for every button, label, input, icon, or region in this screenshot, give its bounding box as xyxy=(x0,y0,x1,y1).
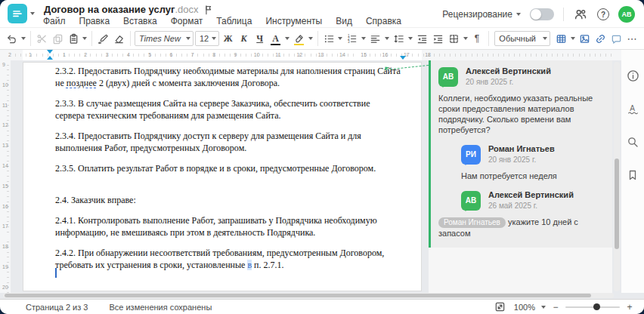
underline-button[interactable]: Ч xyxy=(252,31,267,46)
italic-button[interactable]: К xyxy=(237,31,251,46)
comment-author: Алексей Вертинский xyxy=(488,190,574,200)
menu-item[interactable]: Файл xyxy=(42,16,67,26)
flag-icon[interactable] xyxy=(203,5,214,15)
paragraph[interactable]: 2.3.5. Оплатить результат Работ в порядк… xyxy=(55,162,401,174)
comment-date: 26 май 2025 г. xyxy=(488,202,574,211)
paragraph-style-select[interactable]: Обычный xyxy=(494,31,550,46)
bookmarks-icon[interactable] xyxy=(625,168,640,183)
ruler-number: 19 xyxy=(2,264,8,270)
align-button[interactable] xyxy=(368,31,382,46)
line-spacing-button[interactable] xyxy=(392,31,406,46)
ruler-number: 13 xyxy=(2,143,8,149)
clear-style-button[interactable] xyxy=(112,31,126,46)
font-name-select[interactable]: Times New ... xyxy=(135,31,194,46)
zoom-caret-icon[interactable] xyxy=(541,306,546,309)
help-icon[interactable]: ? xyxy=(597,8,609,20)
first-line-indent-marker[interactable] xyxy=(47,50,53,54)
menu-item[interactable]: Справка xyxy=(365,16,402,26)
comment-thread[interactable]: АВ Алексей Вертинский 20 янв 2025 г. Кол… xyxy=(429,60,612,248)
zoom-in-button[interactable]: + xyxy=(626,302,633,312)
user-avatar[interactable]: АВ xyxy=(618,6,635,23)
search-icon[interactable] xyxy=(625,134,640,149)
ruler-number: 20 xyxy=(2,285,8,291)
scrollbar-thumb[interactable] xyxy=(615,159,619,249)
comment-text: Нам потребуется неделя xyxy=(461,171,605,181)
paragraph-borders-button[interactable] xyxy=(447,31,461,46)
menu-item[interactable]: Формат xyxy=(170,16,204,26)
menu-item[interactable]: Таблица xyxy=(215,16,252,26)
left-indent-marker[interactable] xyxy=(47,56,53,60)
show-formatting-marks-button[interactable]: ¶ xyxy=(470,31,485,46)
ruler-number: 11 xyxy=(274,51,281,58)
copy-button[interactable] xyxy=(51,31,65,46)
increase-indent-button[interactable] xyxy=(431,31,445,46)
paragraph[interactable]: 2.3.4. Предоставить Подрядчику доступ к … xyxy=(55,130,401,154)
menu-item[interactable]: Правка xyxy=(79,16,111,26)
app-logo-icon[interactable] xyxy=(8,4,27,23)
zoom-slider-handle[interactable] xyxy=(593,303,600,310)
font-size-select[interactable]: 12 xyxy=(195,31,219,46)
divider xyxy=(488,31,489,46)
paragraph[interactable]: 2.4. Заказчик вправе: xyxy=(55,194,401,206)
format-painter-button[interactable] xyxy=(96,31,110,46)
page-indicator[interactable]: Страница 2 из 3 xyxy=(26,303,88,312)
line-spacing-caret[interactable] xyxy=(407,31,413,46)
zoom-out-button[interactable]: − xyxy=(552,302,559,312)
zoom-value[interactable]: 100% xyxy=(514,303,535,312)
bullet-list-caret[interactable] xyxy=(338,31,344,46)
paragraph-borders-caret[interactable] xyxy=(463,31,469,46)
font-color-button[interactable]: А xyxy=(268,31,283,46)
add-comment-button[interactable] xyxy=(609,31,624,46)
zoom-slider[interactable] xyxy=(565,306,620,308)
decrease-indent-button[interactable] xyxy=(415,31,429,46)
horizontal-scrollbar[interactable] xyxy=(3,293,614,298)
ruler-number: 2 xyxy=(83,51,88,58)
vertical-scrollbar[interactable] xyxy=(614,62,620,291)
review-mode-dropdown[interactable]: Рецензирование xyxy=(442,9,521,20)
paragraph[interactable]: 2.4.2. При обнаружении несоответствий тр… xyxy=(55,247,401,271)
vertical-ruler[interactable]: 91011121314151617181920 xyxy=(0,60,11,293)
insert-table-button[interactable] xyxy=(554,31,568,46)
insert-link-button[interactable] xyxy=(593,31,608,46)
collaboration-users-icon[interactable] xyxy=(573,7,588,22)
menu-item[interactable]: Вид xyxy=(335,16,353,26)
undo-caret[interactable] xyxy=(20,31,26,46)
paste-caret[interactable] xyxy=(82,31,88,46)
align-caret[interactable] xyxy=(384,31,390,46)
ruler-number: 11 xyxy=(2,103,8,109)
doc-body: 2.3.2. Предоставить Подрядчику необходим… xyxy=(23,63,421,271)
comment-avatar: РИ xyxy=(461,145,481,165)
bullet-list-button[interactable] xyxy=(322,31,336,46)
ruler-number: 14 xyxy=(2,163,8,169)
paragraph[interactable]: 2.3.2. Предоставить Подрядчику необходим… xyxy=(55,65,401,89)
highlight-color-button[interactable] xyxy=(292,31,306,46)
document-info-icon[interactable] xyxy=(625,68,640,83)
logo-menu-caret-icon[interactable] xyxy=(30,12,35,15)
right-sidebar xyxy=(621,50,644,293)
menu-item[interactable]: Инструменты xyxy=(265,16,323,26)
horizontal-ruler[interactable]: 21123456789101112131415161718 xyxy=(0,50,644,60)
scrollbar-thumb[interactable] xyxy=(5,294,591,297)
undo-button[interactable] xyxy=(5,31,19,46)
insert-table-caret[interactable] xyxy=(570,31,576,46)
bold-button[interactable]: Ж xyxy=(221,31,235,46)
numbered-list-caret[interactable] xyxy=(361,31,367,46)
ruler-number: 12 xyxy=(2,122,8,128)
document-page[interactable]: 2.3.2. Предоставить Подрядчику необходим… xyxy=(23,62,422,291)
cut-button[interactable] xyxy=(35,31,49,46)
insert-image-button[interactable] xyxy=(577,31,592,46)
right-indent-marker[interactable] xyxy=(400,56,406,60)
comment-author: Роман Игнатьев xyxy=(488,144,555,154)
review-toggle[interactable] xyxy=(530,8,554,20)
menu-item[interactable]: Вставка xyxy=(122,16,158,26)
paste-button[interactable] xyxy=(67,31,81,46)
numbered-list-button[interactable] xyxy=(345,31,359,46)
paragraph[interactable]: 2.3.3. В случае размещения Сайта на серв… xyxy=(55,97,401,122)
mention-badge[interactable]: Роман Игнатьев xyxy=(438,217,506,228)
highlight-caret[interactable] xyxy=(308,31,314,46)
fit-to-width-icon[interactable] xyxy=(493,300,508,314)
font-color-caret[interactable] xyxy=(284,31,290,46)
paragraph[interactable]: 2.4.1. Контролировать выполнение Работ, … xyxy=(55,214,401,239)
spellcheck-icon[interactable] xyxy=(625,101,640,116)
more-tools-button[interactable]: ⋯ xyxy=(625,31,639,46)
